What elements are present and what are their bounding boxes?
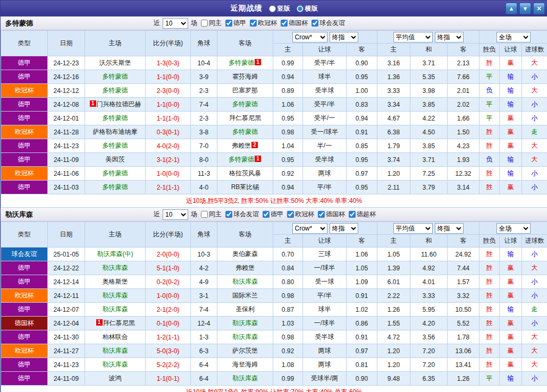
filter-checkbox[interactable] [201,20,208,27]
filter-checkbox[interactable] [201,211,208,218]
filter-checkbox-item[interactable]: 德超杯 [349,210,376,219]
filter-checkbox[interactable] [349,211,356,218]
match-row: 球会友谊 25-01-05 勒沃库森(中) 2-0(0-0) 10-3 奥伯豪森… [1,248,547,261]
close-button[interactable]: ✕ [533,3,545,14]
match-row: 德甲 24-11-23 多特蒙德 4-0(2-0) 7-0 弗赖堡2 1.04半… [1,139,547,153]
sub-column-header: 胜负 [479,235,500,248]
team-label: 多特蒙德 [103,169,128,177]
avg-draw-odds: 7.20 [410,344,448,358]
league-badge: 德甲 [1,70,48,84]
filter-checkbox[interactable] [225,211,232,218]
home-team-cell: 勒沃库森 [85,344,146,358]
team-label: 门兴格拉德巴赫 [97,100,141,108]
filter-checkbox[interactable] [263,211,270,218]
filter-checkbox[interactable] [312,20,318,27]
layout-radio-vertical[interactable]: 竖版 [269,4,290,13]
match-date: 24-12-16 [48,70,85,84]
recent-count-select[interactable]: 10 [163,209,188,220]
team-label: 勒沃库森 [232,374,258,382]
horizontal-radio-label: 横版 [305,4,318,13]
odds-home: 0.92 [273,344,303,358]
odds-home: 0.99 [273,372,303,386]
bookmaker-select[interactable]: Crow* [292,223,327,234]
home-team-cell: 波鸿 [85,372,146,386]
avg-away-odds: 2.13 [448,56,479,70]
filter-checkbox-item[interactable]: 球会友谊 [312,19,345,28]
filter-checkbox[interactable] [225,20,232,27]
odds-home: 0.89 [273,84,303,98]
match-score: 1-1(1-0) [146,112,191,125]
corner-count: 10-4 [191,56,217,70]
away-team-cell: 多特蒙德 [217,98,273,112]
sub-column-header: 进球数 [522,44,547,56]
filter-checkbox[interactable] [287,211,294,218]
team-label: 美因茨 [106,156,125,163]
result-goals: 大 [522,84,547,98]
match-score: 2-3(0-0) [146,84,191,98]
filter-checkbox[interactable] [281,20,288,27]
avg-home-odds: 2.11 [377,181,410,194]
final-index-select-2[interactable]: 终指 [435,32,464,42]
filter-checkbox-item[interactable]: 欧冠杯 [250,19,277,28]
league-badge: 德国杯 [1,317,48,330]
avg-home-odds: 3.34 [377,98,410,112]
filter-checkbox-item[interactable]: 德国杯 [318,210,345,219]
odds-away: 0.85 [347,139,377,153]
away-team-cell: 勒沃库森 [217,330,273,344]
match-score: 2-1(2-0) [146,303,191,317]
filter-checkbox-item[interactable]: 欧冠杯 [287,210,314,219]
average-select[interactable]: 平均值 [393,32,433,42]
filter-checkbox-item[interactable]: 德甲 [263,210,283,219]
move-up-button[interactable]: ▲ [506,3,517,14]
result-goals: 走 [522,125,547,139]
final-index-select[interactable]: 终指 [330,223,358,234]
match-row: 德甲 24-12-16 多特蒙德 1-1(0-0) 3-9 霍芬海姆 0.94球… [1,70,547,84]
team-label: 巴塞罗那 [232,87,258,94]
scope-select[interactable]: 全场 [496,223,531,234]
final-index-select-2[interactable]: 终指 [435,223,464,234]
match-row: 欧冠杯 24-11-06 多特蒙德 1-0(0-0) 11-3 格拉茨风暴 0.… [1,167,547,181]
match-date: 24-11-03 [48,181,85,194]
scope-select[interactable]: 全场 [496,32,531,42]
handicap-line: 受半球 [303,153,347,167]
filter-checkbox[interactable] [318,211,325,218]
corner-count: 7-0 [191,139,217,153]
match-date: 24-11-06 [48,167,85,181]
avg-draw-odds: 3.71 [410,153,448,167]
match-score: 5-1(1-0) [146,261,191,275]
bookmaker-select[interactable]: Crow* [292,32,327,42]
result-outcome: 负 [479,84,500,98]
avg-draw-odds: 3.98 [410,84,448,98]
average-select[interactable]: 平均值 [393,223,433,234]
vertical-radio-input[interactable] [269,5,276,12]
filter-checkbox-item[interactable]: 德甲 [225,19,246,28]
horizontal-radio-input[interactable] [297,5,304,12]
column-header: 类型 [1,31,48,56]
move-down-button[interactable]: ▼ [519,3,531,14]
match-score: 1-3(0-3) [146,56,191,70]
handicap-line: 受半球 [303,84,347,98]
odds-away: 0.90 [347,56,377,70]
odds-home: 0.94 [273,181,303,194]
filter-checkbox-item[interactable]: 同主 [201,210,222,219]
handicap-line: 受一/球半 [303,125,347,139]
away-team-cell: 巴塞罗那 [217,84,273,98]
odds-home: 1.04 [273,139,303,153]
team-label: 萨尔茨堡 [232,347,258,354]
league-badge: 德甲 [1,181,48,194]
corner-count: 3-9 [191,70,217,84]
league-badge: 欧冠杯 [1,344,48,358]
league-badge: 德甲 [1,330,48,344]
recent-count-select[interactable]: 10 [163,18,188,29]
filter-checkbox[interactable] [250,20,257,27]
filter-checkbox-item[interactable]: 球会友谊 [225,210,259,219]
europe-odds-group: 平均值终指 [377,222,479,235]
layout-radio-horizontal[interactable]: 横版 [297,4,318,13]
home-team-cell: 多特蒙德 [85,181,146,194]
final-index-select[interactable]: 终指 [330,32,358,42]
handicap-line: 三球 [303,248,347,261]
handicap-odds-group: Crow*终指 [273,222,377,235]
filter-checkbox-item[interactable]: 德国杯 [281,19,308,28]
filter-checkbox-item[interactable]: 同主 [201,19,222,28]
match-row: 欧冠杯 24-12-11 勒沃库森 1-0(0-0) 3-1 国际米兰 0.98… [1,289,547,303]
